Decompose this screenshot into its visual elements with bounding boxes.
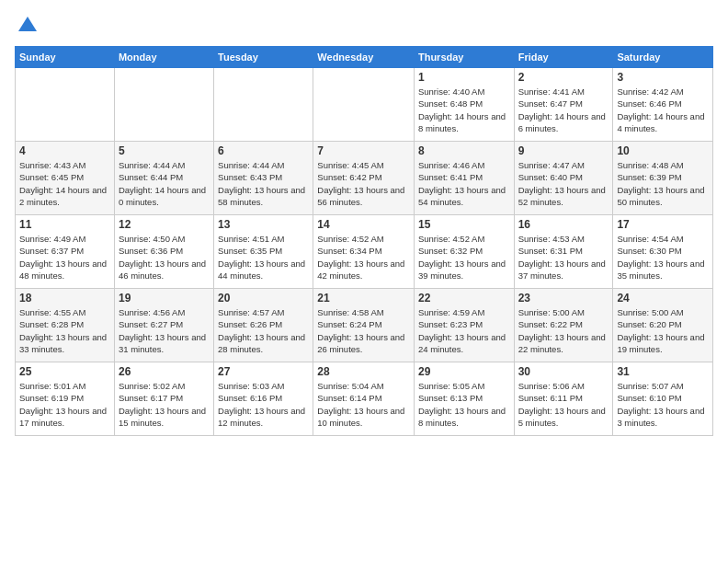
- table-row: 28Sunrise: 5:04 AMSunset: 6:14 PMDayligh…: [313, 362, 415, 436]
- day-number: 1: [418, 71, 510, 84]
- calendar-week-row: 25Sunrise: 5:01 AMSunset: 6:19 PMDayligh…: [16, 362, 713, 436]
- day-info: Sunrise: 4:59 AMSunset: 6:23 PMDaylight:…: [418, 306, 510, 355]
- table-row: 23Sunrise: 5:00 AMSunset: 6:22 PMDayligh…: [514, 289, 613, 362]
- day-number: 16: [518, 218, 609, 231]
- day-info: Sunrise: 4:49 AMSunset: 6:37 PMDaylight:…: [19, 233, 110, 282]
- table-row: 16Sunrise: 4:53 AMSunset: 6:31 PMDayligh…: [514, 215, 613, 289]
- day-number: 9: [518, 144, 609, 157]
- day-number: 12: [119, 218, 210, 231]
- table-row: [214, 68, 313, 142]
- table-row: 11Sunrise: 4:49 AMSunset: 6:37 PMDayligh…: [16, 215, 115, 289]
- day-info: Sunrise: 4:42 AMSunset: 6:46 PMDaylight:…: [617, 86, 709, 134]
- svg-marker-0: [18, 17, 37, 31]
- day-info: Sunrise: 5:00 AMSunset: 6:22 PMDaylight:…: [518, 306, 609, 355]
- table-row: 15Sunrise: 4:52 AMSunset: 6:32 PMDayligh…: [414, 215, 514, 289]
- col-friday: Friday: [514, 47, 613, 68]
- col-sunday: Sunday: [16, 47, 115, 68]
- day-info: Sunrise: 4:57 AMSunset: 6:26 PMDaylight:…: [218, 306, 309, 355]
- table-row: 26Sunrise: 5:02 AMSunset: 6:17 PMDayligh…: [114, 362, 213, 436]
- day-info: Sunrise: 4:48 AMSunset: 6:39 PMDaylight:…: [617, 159, 709, 208]
- day-number: 30: [518, 365, 609, 378]
- table-row: 10Sunrise: 4:48 AMSunset: 6:39 PMDayligh…: [613, 142, 713, 215]
- table-row: 3Sunrise: 4:42 AMSunset: 6:46 PMDaylight…: [613, 68, 713, 142]
- day-info: Sunrise: 4:50 AMSunset: 6:36 PMDaylight:…: [119, 233, 210, 282]
- day-info: Sunrise: 4:54 AMSunset: 6:30 PMDaylight:…: [617, 233, 709, 282]
- day-number: 18: [19, 292, 110, 304]
- table-row: 2Sunrise: 4:41 AMSunset: 6:47 PMDaylight…: [514, 68, 613, 142]
- day-info: Sunrise: 5:00 AMSunset: 6:20 PMDaylight:…: [617, 306, 709, 355]
- calendar-week-row: 1Sunrise: 4:40 AMSunset: 6:48 PMDaylight…: [16, 68, 713, 142]
- col-tuesday: Tuesday: [214, 47, 313, 68]
- table-row: 31Sunrise: 5:07 AMSunset: 6:10 PMDayligh…: [613, 362, 713, 436]
- day-number: 20: [218, 292, 309, 304]
- table-row: 1Sunrise: 4:40 AMSunset: 6:48 PMDaylight…: [414, 68, 514, 142]
- table-row: 13Sunrise: 4:51 AMSunset: 6:35 PMDayligh…: [214, 215, 313, 289]
- day-number: 11: [19, 218, 110, 231]
- calendar-week-row: 11Sunrise: 4:49 AMSunset: 6:37 PMDayligh…: [16, 215, 713, 289]
- table-row: 7Sunrise: 4:45 AMSunset: 6:42 PMDaylight…: [313, 142, 415, 215]
- day-number: 29: [418, 365, 510, 378]
- day-number: 31: [617, 365, 709, 378]
- logo-text: [15, 15, 39, 37]
- table-row: 21Sunrise: 4:58 AMSunset: 6:24 PMDayligh…: [313, 289, 415, 362]
- day-number: 4: [19, 144, 110, 157]
- table-row: [313, 68, 415, 142]
- calendar-table: Sunday Monday Tuesday Wednesday Thursday…: [15, 46, 713, 436]
- day-info: Sunrise: 4:52 AMSunset: 6:34 PMDaylight:…: [317, 233, 410, 282]
- calendar-week-row: 18Sunrise: 4:55 AMSunset: 6:28 PMDayligh…: [16, 289, 713, 362]
- table-row: 19Sunrise: 4:56 AMSunset: 6:27 PMDayligh…: [114, 289, 213, 362]
- day-number: 17: [617, 218, 709, 231]
- day-info: Sunrise: 5:01 AMSunset: 6:19 PMDaylight:…: [19, 380, 110, 429]
- day-info: Sunrise: 4:45 AMSunset: 6:42 PMDaylight:…: [317, 159, 410, 208]
- table-row: 8Sunrise: 4:46 AMSunset: 6:41 PMDaylight…: [414, 142, 514, 215]
- day-number: 3: [617, 71, 709, 84]
- table-row: 22Sunrise: 4:59 AMSunset: 6:23 PMDayligh…: [414, 289, 514, 362]
- day-number: 2: [518, 71, 609, 84]
- table-row: 14Sunrise: 4:52 AMSunset: 6:34 PMDayligh…: [313, 215, 415, 289]
- col-wednesday: Wednesday: [313, 47, 415, 68]
- table-row: [114, 68, 213, 142]
- day-info: Sunrise: 4:53 AMSunset: 6:31 PMDaylight:…: [518, 233, 609, 282]
- day-number: 23: [518, 292, 609, 304]
- day-info: Sunrise: 4:41 AMSunset: 6:47 PMDaylight:…: [518, 86, 609, 134]
- day-number: 5: [119, 144, 210, 157]
- day-info: Sunrise: 5:04 AMSunset: 6:14 PMDaylight:…: [317, 380, 410, 429]
- day-info: Sunrise: 5:02 AMSunset: 6:17 PMDaylight:…: [119, 380, 210, 429]
- page: Sunday Monday Tuesday Wednesday Thursday…: [0, 0, 728, 563]
- col-monday: Monday: [114, 47, 213, 68]
- table-row: 17Sunrise: 4:54 AMSunset: 6:30 PMDayligh…: [613, 215, 713, 289]
- table-row: 30Sunrise: 5:06 AMSunset: 6:11 PMDayligh…: [514, 362, 613, 436]
- day-number: 26: [119, 365, 210, 378]
- calendar-header-row: Sunday Monday Tuesday Wednesday Thursday…: [16, 47, 713, 68]
- day-number: 10: [617, 144, 709, 157]
- day-info: Sunrise: 4:46 AMSunset: 6:41 PMDaylight:…: [418, 159, 510, 208]
- day-number: 7: [317, 144, 410, 157]
- header: [15, 15, 713, 37]
- table-row: 18Sunrise: 4:55 AMSunset: 6:28 PMDayligh…: [16, 289, 115, 362]
- logo: [15, 15, 39, 37]
- table-row: 25Sunrise: 5:01 AMSunset: 6:19 PMDayligh…: [16, 362, 115, 436]
- day-info: Sunrise: 5:06 AMSunset: 6:11 PMDaylight:…: [518, 380, 609, 429]
- day-number: 15: [418, 218, 510, 231]
- day-number: 13: [218, 218, 309, 231]
- day-number: 22: [418, 292, 510, 304]
- day-number: 8: [418, 144, 510, 157]
- day-info: Sunrise: 4:44 AMSunset: 6:43 PMDaylight:…: [218, 159, 309, 208]
- day-info: Sunrise: 5:05 AMSunset: 6:13 PMDaylight:…: [418, 380, 510, 429]
- col-saturday: Saturday: [613, 47, 713, 68]
- table-row: 5Sunrise: 4:44 AMSunset: 6:44 PMDaylight…: [114, 142, 213, 215]
- day-info: Sunrise: 4:47 AMSunset: 6:40 PMDaylight:…: [518, 159, 609, 208]
- table-row: 6Sunrise: 4:44 AMSunset: 6:43 PMDaylight…: [214, 142, 313, 215]
- day-info: Sunrise: 4:58 AMSunset: 6:24 PMDaylight:…: [317, 306, 410, 355]
- calendar-week-row: 4Sunrise: 4:43 AMSunset: 6:45 PMDaylight…: [16, 142, 713, 215]
- day-number: 6: [218, 144, 309, 157]
- day-number: 27: [218, 365, 309, 378]
- day-info: Sunrise: 4:43 AMSunset: 6:45 PMDaylight:…: [19, 159, 110, 208]
- day-info: Sunrise: 4:51 AMSunset: 6:35 PMDaylight:…: [218, 233, 309, 282]
- table-row: [16, 68, 115, 142]
- col-thursday: Thursday: [414, 47, 514, 68]
- day-number: 21: [317, 292, 410, 304]
- table-row: 9Sunrise: 4:47 AMSunset: 6:40 PMDaylight…: [514, 142, 613, 215]
- table-row: 20Sunrise: 4:57 AMSunset: 6:26 PMDayligh…: [214, 289, 313, 362]
- day-info: Sunrise: 4:55 AMSunset: 6:28 PMDaylight:…: [19, 306, 110, 355]
